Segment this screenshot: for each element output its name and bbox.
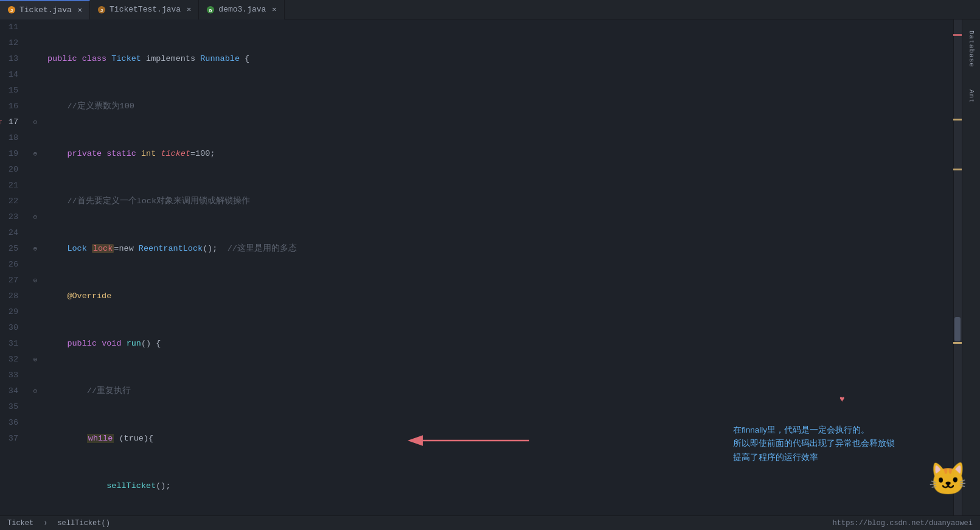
- ln-36: 36: [0, 415, 24, 431]
- ant-label[interactable]: Ant: [968, 85, 975, 108]
- ln-20: 20: [0, 162, 24, 178]
- scroll-mark-2: [953, 169, 962, 170]
- java-icon-2: J: [97, 5, 106, 14]
- tab-demo3[interactable]: D demo3.java ✕: [199, 0, 284, 19]
- ln-19: 19: [0, 146, 24, 162]
- database-label[interactable]: Database: [968, 26, 975, 72]
- code-line-17: public void run() {: [47, 336, 947, 352]
- g-19[interactable]: ⊖: [29, 146, 41, 162]
- code-line-16: @Override: [47, 288, 947, 304]
- ln-33: 33: [0, 368, 24, 383]
- ln-24: 24: [0, 225, 24, 241]
- g-27[interactable]: ⊖: [29, 273, 41, 288]
- code-line-18: //重复执行: [47, 383, 947, 399]
- ln-18: 18: [0, 130, 24, 146]
- g-28: [29, 288, 41, 304]
- g-17[interactable]: ⊖: [29, 114, 41, 130]
- ln-13: 13: [0, 51, 24, 67]
- status-method: sellTicket(): [57, 519, 109, 528]
- ln-31: 31: [0, 336, 24, 352]
- ln-11: 11: [0, 19, 24, 35]
- ln-32: 32: [0, 352, 24, 368]
- ln-21: 21: [0, 178, 24, 194]
- code-line-14: //首先要定义一个lock对象来调用锁或解锁操作: [47, 194, 947, 209]
- g-26: [29, 257, 41, 273]
- ln-12: 12: [0, 35, 24, 51]
- svg-text:J: J: [100, 7, 103, 13]
- g-33: [29, 368, 41, 383]
- svg-text:J: J: [10, 8, 13, 13]
- ln-25: 25: [0, 241, 24, 257]
- status-separator: ›: [43, 519, 47, 528]
- g-29: [29, 304, 41, 320]
- ln-23: 23: [0, 209, 24, 225]
- g-24: [29, 225, 41, 241]
- g-18: [29, 130, 41, 146]
- scroll-thumb[interactable]: [954, 317, 961, 341]
- tab-tickettest[interactable]: J TicketTest.java ✕: [90, 0, 199, 19]
- tab-bar: J Ticket.java ✕ J TicketTest.java ✕ D de…: [0, 0, 980, 19]
- ln-22: 22: [0, 194, 24, 209]
- ln-15: 15: [0, 83, 24, 99]
- line-numbers: 11 12 13 14 15 16 ↑17 18 19 20 21 22 23 …: [0, 19, 29, 515]
- ln-37: 37: [0, 431, 24, 447]
- ln-17: ↑17: [0, 114, 24, 130]
- code-line-13: private static int ticket=100;: [47, 146, 947, 162]
- scrollbar[interactable]: [953, 19, 962, 515]
- g-12: [29, 35, 41, 51]
- code-line-20: sellTicket();: [47, 478, 947, 494]
- g-30: [29, 320, 41, 336]
- ln-26: 26: [0, 257, 24, 273]
- tooltip-annotation: 在finnally里，代码是一定会执行的。 所以即使前面的代码出现了异常也会释放…: [733, 424, 895, 464]
- g-15: [29, 83, 41, 99]
- status-url: https://blog.csdn.net/duanyaowei: [833, 519, 973, 528]
- tooltip-line3: 提高了程序的运行效率: [733, 451, 895, 464]
- g-23[interactable]: ⊖: [29, 209, 41, 225]
- ln-28: 28: [0, 288, 24, 304]
- g-35: [29, 399, 41, 415]
- tab-ticket-close[interactable]: ✕: [78, 5, 82, 15]
- tab-demo3-label: demo3.java: [218, 5, 266, 14]
- g-11: [29, 19, 41, 35]
- gutter: ⊖ ⊖ ⊖ ⊖ ⊖ ⊖ ⊖: [29, 19, 41, 515]
- ln-29: 29: [0, 304, 24, 320]
- g-34[interactable]: ⊖: [29, 383, 41, 399]
- tab-ticket[interactable]: J Ticket.java ✕: [0, 0, 90, 19]
- g-13: [29, 51, 41, 67]
- java-icon: J: [7, 5, 16, 14]
- status-bar: Ticket › sellTicket() https://blog.csdn.…: [0, 515, 980, 530]
- g-25[interactable]: ⊖: [29, 241, 41, 257]
- ln-16: 16: [0, 99, 24, 114]
- right-panel: Database Ant: [962, 19, 980, 515]
- g-16: [29, 99, 41, 114]
- g-31: [29, 336, 41, 352]
- tab-demo3-close[interactable]: ✕: [272, 5, 276, 14]
- tab-ticket-label: Ticket.java: [19, 5, 72, 15]
- g-36: [29, 415, 41, 431]
- g-21: [29, 178, 41, 194]
- ln-34: 34: [0, 383, 24, 399]
- status-left: Ticket › sellTicket(): [7, 519, 110, 528]
- ln-35: 35: [0, 399, 24, 415]
- svg-text:D: D: [209, 7, 212, 13]
- g-20: [29, 162, 41, 178]
- tab-tickettest-label: TicketTest.java: [109, 5, 181, 14]
- ln-14: 14: [0, 67, 24, 83]
- ln-27: 27: [0, 273, 24, 288]
- code-line-12: //定义票数为100: [47, 99, 947, 114]
- code-line-15: Lock lock=new ReentrantLock(); //这里是用的多态: [47, 241, 947, 257]
- tab-tickettest-close[interactable]: ✕: [187, 5, 191, 14]
- g-32[interactable]: ⊖: [29, 352, 41, 368]
- code-line-11: public class Ticket implements Runnable …: [47, 51, 947, 67]
- cat-decoration: 🐱: [928, 461, 968, 500]
- g-22: [29, 194, 41, 209]
- java-icon-3: D: [206, 5, 215, 14]
- tooltip-line2: 所以即使前面的代码出现了异常也会释放锁: [733, 437, 895, 450]
- scroll-mark-orange: [953, 34, 962, 36]
- g-37: [29, 431, 41, 447]
- tooltip-line1: 在finnally里，代码是一定会执行的。: [733, 424, 895, 437]
- ln-30: 30: [0, 320, 24, 336]
- scroll-mark-1: [953, 119, 962, 120]
- g-14: [29, 67, 41, 83]
- status-class: Ticket: [7, 519, 33, 528]
